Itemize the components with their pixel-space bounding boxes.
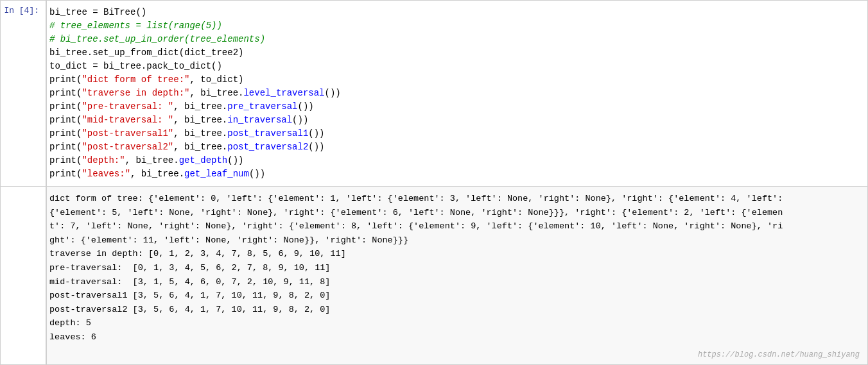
output-line-4: ght': {'element': 11, 'left': None, 'rig… [49,233,862,248]
output-line-3: t': 7, 'left': None, 'right': None}, 'ri… [49,219,862,233]
code-line-11: print("post-traversal2", bi_tree.post_tr… [49,140,862,154]
code-text: print("dict form of tree:", to_dict) [49,74,243,85]
code-text: to_dict = bi_tree.pack_to_dict() [49,61,222,71]
cell-output: dict form of tree: {'element': 0, 'left'… [1,187,867,364]
code-text: print("traverse in depth:", bi_tree.leve… [49,88,341,98]
watermark: https://blog.csdn.net/huang_shiyang [698,350,860,359]
code-line-2: # tree_elements = list(range(5)) [49,19,862,33]
code-text: print("depth:", bi_tree.get_depth()) [49,155,244,166]
output-line-2: {'element': 5, 'left': None, 'right': No… [49,206,862,220]
code-text: bi_tree = BiTree() [49,7,146,17]
code-line-12: print("depth:", bi_tree.get_depth()) [49,154,862,167]
code-text: print("mid-traversal: ", bi_tree.in_trav… [49,115,308,125]
code-line-8: print("pre-traversal: ", bi_tree.pre_tra… [49,100,862,114]
output-line-10: depth: 5 [49,316,862,330]
code-text: print("pre-traversal: ", bi_tree.pre_tra… [49,101,314,112]
output-line-1: dict form of tree: {'element': 0, 'left'… [49,192,862,206]
code-line-4: bi_tree.set_up_from_dict(dict_tree2) [49,46,862,60]
output-line-9: post-traversal2 [3, 5, 6, 4, 1, 7, 10, 1… [49,303,862,317]
cell-input: In [4]: bi_tree = BiTree() # tree_elemen… [1,1,867,187]
code-line-3: # bi_tree.set_up_in_order(tree_elements) [49,33,862,46]
cell-label: In [4]: [1,1,46,186]
output-line-5: traverse in depth: [0, 1, 2, 3, 4, 7, 8,… [49,247,862,261]
cell-output-content: dict form of tree: {'element': 0, 'left'… [46,187,867,364]
code-line-7: print("traverse in depth:", bi_tree.leve… [49,87,862,100]
output-line-6: pre-traversal: [0, 1, 3, 4, 5, 6, 2, 7, … [49,261,862,275]
code-line-5: to_dict = bi_tree.pack_to_dict() [49,60,862,73]
code-text: print("post-traversal2", bi_tree.post_tr… [49,142,325,152]
code-line-9: print("mid-traversal: ", bi_tree.in_trav… [49,114,862,127]
code-line-10: print("post-traversal1", bi_tree.post_tr… [49,127,862,140]
code-line-13: print("leaves:", bi_tree.get_leaf_num()) [49,167,862,181]
output-line-11: leaves: 6 [49,330,862,344]
code-text: bi_tree.set_up_from_dict(dict_tree2) [49,47,243,58]
cell-code[interactable]: bi_tree = BiTree() # tree_elements = lis… [46,1,867,186]
output-line-8: post-traversal1 [3, 5, 6, 4, 1, 7, 10, 1… [49,289,862,303]
code-text: print("post-traversal1", bi_tree.post_tr… [49,128,325,139]
cell-output-label [1,187,46,364]
code-text: print("leaves:", bi_tree.get_leaf_num()) [49,169,265,179]
output-line-7: mid-traversal: [3, 1, 5, 4, 6, 0, 7, 2, … [49,275,862,289]
code-line-6: print("dict form of tree:", to_dict) [49,73,862,87]
code-text: # tree_elements = list(range(5)) [49,21,222,31]
code-line-1: bi_tree = BiTree() [49,6,862,19]
code-text: # bi_tree.set_up_in_order(tree_elements) [49,34,265,44]
notebook-container: In [4]: bi_tree = BiTree() # tree_elemen… [0,0,868,365]
